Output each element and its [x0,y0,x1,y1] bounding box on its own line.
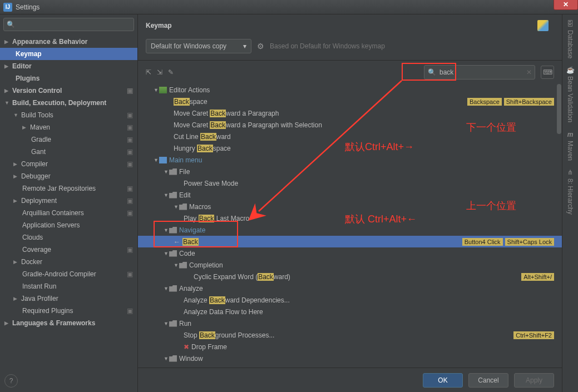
nav-app-servers[interactable]: Application Servers [0,219,137,231]
back-arrow-icon: ← [174,238,180,246]
project-icon: ▣ [127,197,133,205]
app-icon: IJ [3,3,12,12]
action-stop-bg[interactable]: Stop Background Processes... Ctrl+Shift+… [138,329,562,341]
tree-group-window[interactable]: ▼Window [138,353,562,364]
nav-plugins[interactable]: Plugins [0,72,137,85]
nav-docker[interactable]: ▶Docker [0,256,137,268]
settings-nav-tree[interactable]: ▶Appearance & Behavior Keymap ▶Editor Pl… [0,34,137,370]
project-icon: ▣ [127,185,133,192]
nav-languages[interactable]: ▶Languages & Frameworks [0,317,137,329]
rail-database[interactable]: 🗄Database [566,20,574,58]
nav-remote-jar[interactable]: Remote Jar Repositories▣ [0,182,137,195]
rail-hierarchy[interactable]: ⋔8: Hierarchy [566,168,574,215]
tree-group-main-menu[interactable]: ▼Main menu [138,154,562,166]
apply-button[interactable]: Apply [514,373,554,388]
database-icon: 🗄 [567,20,574,28]
project-icon: ▣ [127,136,133,143]
help-button[interactable]: ? [4,374,18,388]
sidebar-search-input[interactable] [3,18,134,31]
nav-compiler[interactable]: ▶Compiler▣ [0,158,137,170]
tree-group-file[interactable]: ▼File [138,166,562,177]
action-power-save[interactable]: Power Save Mode [138,177,562,189]
nav-editor[interactable]: ▶Editor [0,60,137,72]
action-analyze-flow[interactable]: Analyze Data Flow to Here [138,306,562,317]
nav-build-tools[interactable]: ▼Build Tools▣ [0,109,137,121]
nav-keymap[interactable]: Keymap [0,48,137,60]
action-hungry-backspace[interactable]: Hungry Backspace [138,142,562,154]
nav-build[interactable]: ▼Build, Execution, Deployment [0,97,137,109]
nav-gant[interactable]: Gant▣ [0,146,137,158]
project-icon: ▣ [127,123,133,131]
shortcut-badge: Button4 Click [462,238,503,246]
nav-instant-run[interactable]: Instant Run [0,280,137,292]
collapse-all-icon[interactable]: ⇲ [157,68,162,76]
folder-icon [179,204,187,210]
maven-icon: m [567,131,574,138]
shortcut-badge: Backspace [467,98,502,106]
keymap-search-field[interactable]: 🔍 ✕ [424,65,535,80]
tree-group-run[interactable]: ▼Run [138,317,562,329]
tree-group-completion[interactable]: ▼Completion [138,259,562,271]
find-by-shortcut-button[interactable]: ⌨ [541,66,554,79]
project-icon: ▣ [127,87,133,95]
nav-maven[interactable]: ▶Maven▣ [0,121,137,133]
action-move-caret-para-sel[interactable]: Move Caret Backward a Paragraph with Sel… [138,119,562,131]
action-drop-frame[interactable]: ✖Drop Frame [138,341,562,353]
folder-icon [159,87,167,93]
action-analyze-backward-deps[interactable]: Analyze Backward Dependencies... [138,294,562,306]
clear-icon[interactable]: ✕ [526,68,532,76]
tree-group-navigate[interactable]: ▼Navigate [138,224,562,236]
nav-clouds[interactable]: Clouds [0,231,137,244]
gear-icon[interactable]: ⚙ [257,42,264,51]
shortcut-badge: Shift+Backspace [504,98,554,106]
nav-coverage[interactable]: Coverage▣ [0,244,137,256]
action-tree[interactable]: ▼Editor Actions Backspace BackspaceShift… [138,84,562,392]
nav-debugger[interactable]: ▶Debugger [0,170,137,182]
action-cyclic-expand[interactable]: Cyclic Expand Word (Backward) Alt+Shift+… [138,271,562,282]
nav-appearance[interactable]: ▶Appearance & Behavior [0,36,137,48]
action-move-caret-para[interactable]: Move Caret Backward a Paragraph [138,107,562,119]
nav-arquillian[interactable]: Arquillian Containers▣ [0,207,137,219]
search-icon: 🔍 [428,68,436,76]
tree-group-code[interactable]: ▼Code [138,247,562,259]
folder-icon [159,157,167,163]
window-title: Settings [16,3,39,11]
rail-maven[interactable]: mMaven [566,131,574,161]
expand-all-icon[interactable]: ⇱ [146,68,151,76]
rail-bean-validation[interactable]: ☕Bean Validation [566,66,575,122]
folder-icon [169,192,177,199]
nav-deployment[interactable]: ▶Deployment▣ [0,195,137,207]
action-cut-line-backward[interactable]: Cut Line Backward [138,131,562,142]
keymap-profile-dropdown[interactable]: Default for Windows copy ▾ [146,39,251,53]
hierarchy-icon: ⋔ [567,168,573,176]
tree-group-macros[interactable]: ▼Macros [138,201,562,212]
based-on-label: Based on Default for Windows keymap [270,42,385,50]
product-logo-icon [537,20,549,31]
ok-button[interactable]: OK [423,373,463,388]
nav-required-plugins[interactable]: Required Plugins▣ [0,305,137,317]
action-backspace[interactable]: Backspace BackspaceShift+Backspace [138,96,562,107]
shortcut-badge: Shift+Caps Lock [505,238,554,246]
action-back[interactable]: ←Back Button4 ClickShift+Caps Lock [138,236,562,247]
edit-icon[interactable]: ✎ [168,68,174,76]
project-icon: ▣ [127,246,133,254]
nav-java-profiler[interactable]: ▶Java Profiler [0,292,137,305]
folder-icon [169,320,177,327]
titlebar: IJ Settings ✕ [0,0,578,14]
folder-icon [169,250,177,257]
tree-group-analyze[interactable]: ▼Analyze [138,282,562,294]
tree-group-editor-actions[interactable]: ▼Editor Actions [138,84,562,96]
tree-group-edit[interactable]: ▼Edit [138,189,562,201]
keymap-search-input[interactable] [439,68,523,76]
cancel-button[interactable]: Cancel [468,373,508,388]
nav-gradle-android[interactable]: Gradle-Android Compiler▣ [0,268,137,280]
close-button[interactable]: ✕ [554,0,578,10]
folder-icon [169,285,177,292]
folder-icon [169,355,177,362]
nav-gradle[interactable]: Gradle▣ [0,133,137,146]
nav-vcs[interactable]: ▶Version Control▣ [0,85,137,97]
project-icon: ▣ [127,307,133,315]
action-play-last-macro[interactable]: Play Back Last Macro [138,212,562,224]
project-icon: ▣ [127,270,133,278]
settings-sidebar: 🔍 ▶Appearance & Behavior Keymap ▶Editor … [0,14,138,392]
